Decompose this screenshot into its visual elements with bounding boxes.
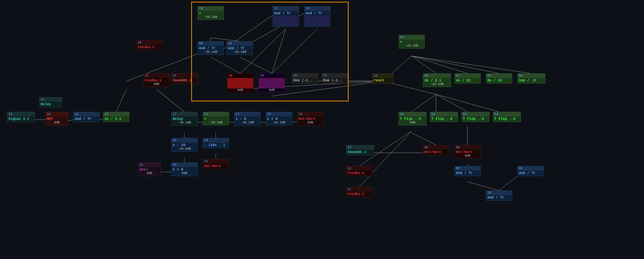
node-0A-value: -42.1dB xyxy=(400,44,423,48)
node-23-label: - (20x ..) xyxy=(204,143,228,147)
svg-line-5 xyxy=(272,29,286,73)
node-1E-label: Feedba.k xyxy=(138,45,161,49)
node-14[interactable]: 14 reset xyxy=(372,73,393,84)
node-1D[interactable]: 1F Sound2C.l xyxy=(171,73,198,84)
node-1C[interactable]: 1C Feedba.k 0dB xyxy=(143,73,170,87)
node-18[interactable]: 18 NOT 0dB xyxy=(45,112,68,125)
node-1A[interactable]: 1A Delay xyxy=(39,97,62,107)
node-11[interactable]: 11 Feedba.k xyxy=(346,187,372,197)
node-29-value: 0dB xyxy=(299,121,322,124)
node-06[interactable]: 06 2x / 2.1 -42.1dB xyxy=(423,73,451,87)
node-19-label: 2x / 2.1 xyxy=(105,117,128,121)
node-16[interactable]: 16 And / Tr xyxy=(73,112,100,122)
node-0D-value: 0dB xyxy=(456,154,479,158)
node-24[interactable]: 24 + -30.1dB xyxy=(203,112,229,125)
node-16-id: 16 xyxy=(74,112,99,116)
node-1B[interactable]: 1B And / Tr -42.1dB xyxy=(227,41,253,55)
node-28[interactable]: 28 x < 0 -28.2dB xyxy=(266,112,292,125)
node-22-id: 22 xyxy=(203,159,229,164)
node-01-value: 0dB xyxy=(400,121,425,124)
node-17[interactable]: 17 Delay -30.1dB xyxy=(171,112,198,125)
node-10[interactable]: 10 And / Tr xyxy=(486,190,512,201)
node-24-id: 24 xyxy=(203,112,229,116)
node-0F[interactable]: 0F And / Tr xyxy=(517,166,544,176)
node-0C[interactable]: 0C Not/Nore xyxy=(423,145,449,155)
node-7E-id: 7E xyxy=(292,74,318,78)
node-7F[interactable]: 7F Rom (-1.. xyxy=(322,73,348,84)
node-7E[interactable]: 7E Rom (-1.. xyxy=(292,73,318,84)
node-03-id: 03 xyxy=(462,112,489,116)
node-0A[interactable]: 0A + -42.1dB xyxy=(399,35,425,49)
node-0E-id: 0E xyxy=(455,166,480,171)
node-0A-label: + xyxy=(400,40,423,44)
svg-line-35 xyxy=(412,133,436,145)
node-02[interactable]: 02 T Flip ..5 xyxy=(430,112,458,122)
node-7C[interactable]: 7C And / Tr xyxy=(273,6,299,27)
node-0B-value: -30.1dB xyxy=(199,50,222,54)
node-7B-label: + xyxy=(199,12,222,15)
svg-line-20 xyxy=(156,89,184,112)
node-7B[interactable]: 7B + -30.1dB xyxy=(198,6,224,20)
node-11-label: Feedba.k xyxy=(348,192,371,196)
node-08[interactable]: 08 8x / 24 xyxy=(486,73,512,84)
node-1F-id: 1F xyxy=(172,138,197,143)
node-12-id: 12 xyxy=(346,166,372,171)
node-07-id: 07 xyxy=(455,74,480,78)
canvas: 7B + -30.1dB 0B And / Tr -30.1dB 1B And … xyxy=(0,0,644,259)
node-08-label: 8x / 24 xyxy=(487,79,511,82)
node-27[interactable]: 27 x - 9 -30.1dB xyxy=(234,112,260,125)
node-03[interactable]: 03 T Flip ..5 xyxy=(461,112,489,122)
node-29[interactable]: 29 Not/Nore 0dB xyxy=(297,112,323,125)
node-0C-label: Not/Nore xyxy=(424,150,448,154)
node-17-label: Delay xyxy=(173,117,196,121)
node-27-value: -30.1dB xyxy=(236,121,259,124)
node-23-id: 23 xyxy=(203,138,229,143)
node-1E[interactable]: 1E Feedba.k xyxy=(136,40,163,50)
node-0E-label: And / Tr xyxy=(456,171,479,175)
svg-line-9 xyxy=(412,56,436,73)
node-28-id: 28 xyxy=(266,112,292,116)
node-26[interactable]: 26 0dB xyxy=(227,73,253,92)
node-02-id: 02 xyxy=(430,112,458,116)
node-07[interactable]: 07 4x / 22 xyxy=(455,73,481,84)
node-09[interactable]: 09 16x / .8 xyxy=(517,73,545,84)
node-1D-id: 1F xyxy=(172,74,197,78)
node-19[interactable]: 19 2x / 2.1 xyxy=(103,112,129,122)
node-23[interactable]: 23 - (20x ..) xyxy=(203,138,229,148)
node-1F[interactable]: 1F x - 10 -26.6dB xyxy=(171,138,198,152)
svg-line-15 xyxy=(436,94,467,112)
node-0B[interactable]: 0B And / Tr -30.1dB xyxy=(198,41,224,55)
node-1F-value: -26.6dB xyxy=(173,147,196,151)
node-12[interactable]: 12 Feedba.k xyxy=(346,166,372,176)
node-20-id: 20 xyxy=(172,163,197,167)
node-1B-id: 1B xyxy=(227,42,252,46)
node-04[interactable]: 04 T Flip ..5 xyxy=(493,112,521,122)
node-7D-label: And / Tr xyxy=(306,12,329,15)
node-0D[interactable]: 0D Not/Nore 0dB xyxy=(455,145,481,159)
node-1B-value: -42.1dB xyxy=(228,50,251,54)
node-20[interactable]: 20 x < 0 0dB xyxy=(171,163,198,176)
svg-line-16 xyxy=(436,94,499,112)
svg-line-25 xyxy=(116,89,127,112)
node-21-id: 21 xyxy=(138,163,160,167)
node-29-id: 29 xyxy=(298,112,323,116)
node-1C-label: Feedba.k xyxy=(145,79,168,82)
node-0E[interactable]: 0E And / Tr xyxy=(455,166,481,176)
node-15[interactable]: 15 Signal I.t xyxy=(7,112,35,122)
node-21[interactable]: 21 abs! 0dB xyxy=(138,163,161,176)
node-0F-label: And / Tr xyxy=(519,171,542,175)
node-0D-id: 0D xyxy=(455,145,480,150)
svg-line-6 xyxy=(272,29,317,73)
node-7D-id: 7D xyxy=(305,7,330,11)
node-01[interactable]: 01 T Flip ..5 0dB xyxy=(399,112,427,125)
node-1C-id: 1C xyxy=(144,74,169,78)
node-02-label: T Flip ..5 xyxy=(431,117,457,121)
node-7D[interactable]: 7D And / Tr xyxy=(304,6,330,27)
node-0B-label: And / Tr xyxy=(199,46,222,50)
node-18-label: NOT xyxy=(47,117,67,121)
node-13[interactable]: 13 Sound2C.l xyxy=(346,145,374,155)
node-19-id: 19 xyxy=(103,112,129,116)
node-26b[interactable]: 26 0dB xyxy=(259,73,285,92)
node-1C-value: 0dB xyxy=(145,82,168,86)
node-22[interactable]: 22 Not/Nore xyxy=(203,159,229,169)
